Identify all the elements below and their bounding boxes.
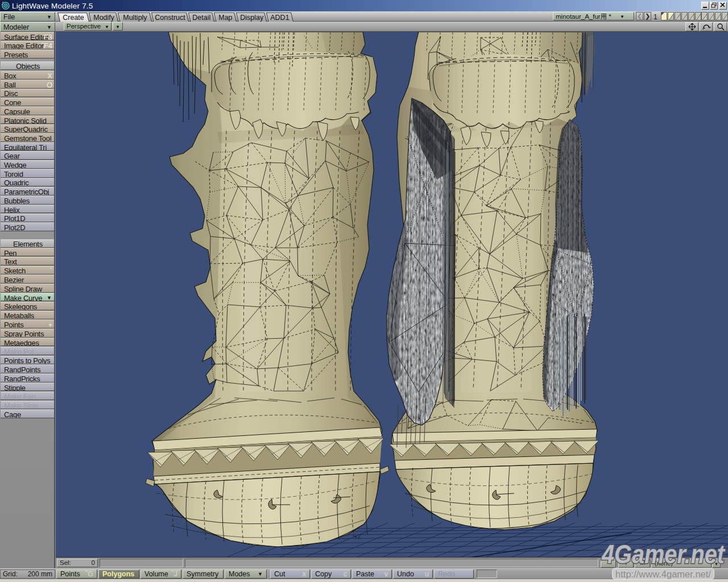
- svg-text:+Z: +Z: [354, 533, 361, 540]
- svg-text:4Gamer.net: 4Gamer.net: [601, 540, 725, 569]
